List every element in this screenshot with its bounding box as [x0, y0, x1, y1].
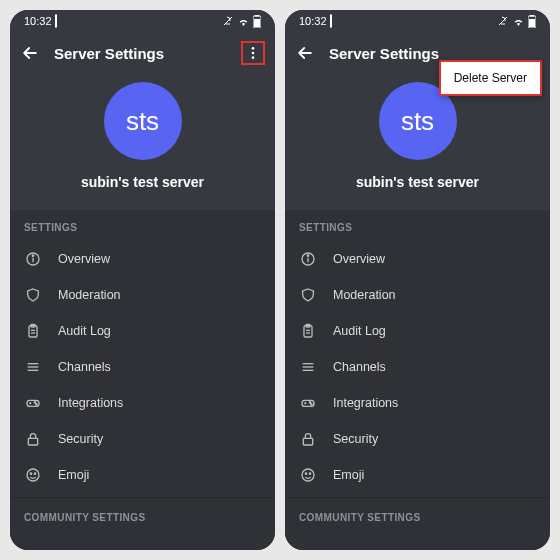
svg-point-22	[27, 469, 39, 481]
svg-point-45	[305, 473, 306, 474]
more-button[interactable]	[241, 41, 265, 65]
gamepad-icon	[299, 394, 317, 412]
item-overview[interactable]: Overview	[10, 241, 275, 277]
clipboard-icon	[299, 322, 317, 340]
item-audit-log[interactable]: Audit Log	[10, 313, 275, 349]
info-icon	[299, 250, 317, 268]
svg-point-20	[36, 404, 37, 405]
item-overview[interactable]: Overview	[285, 241, 550, 277]
wifi-icon	[512, 16, 525, 26]
item-label: Channels	[333, 360, 386, 374]
item-emoji[interactable]: Emoji	[10, 457, 275, 493]
shield-icon	[299, 286, 317, 304]
arrow-left-icon	[20, 43, 40, 63]
item-channels[interactable]: Channels	[285, 349, 550, 385]
item-label: Audit Log	[58, 324, 111, 338]
item-label: Audit Log	[333, 324, 386, 338]
section-header-settings: SETTINGS	[285, 210, 550, 241]
community-section: COMMUNITY SETTINGS	[10, 497, 275, 531]
header-bar: Server Settings Delete Server	[285, 32, 550, 74]
svg-point-30	[307, 255, 308, 256]
item-integrations[interactable]: Integrations	[10, 385, 275, 421]
svg-rect-26	[530, 15, 534, 17]
item-security[interactable]: Security	[10, 421, 275, 457]
back-button[interactable]	[20, 43, 40, 63]
lock-icon	[299, 430, 317, 448]
section-header-community: COMMUNITY SETTINGS	[10, 500, 275, 531]
svg-point-44	[302, 469, 314, 481]
vibrate-icon	[222, 15, 234, 27]
item-label: Integrations	[333, 396, 398, 410]
list-icon	[24, 358, 42, 376]
settings-section: SETTINGS Overview Moderation Audit Log C…	[10, 210, 275, 550]
item-moderation[interactable]: Moderation	[10, 277, 275, 313]
emoji-icon	[299, 466, 317, 484]
section-header-community: COMMUNITY SETTINGS	[285, 500, 550, 531]
svg-point-24	[34, 473, 35, 474]
wifi-icon	[237, 16, 250, 26]
server-name: subin's test server	[356, 174, 479, 190]
community-section: COMMUNITY SETTINGS	[285, 497, 550, 531]
svg-point-41	[309, 402, 310, 403]
svg-point-42	[311, 404, 312, 405]
item-label: Security	[58, 432, 103, 446]
item-label: Emoji	[58, 468, 89, 482]
svg-rect-2	[254, 19, 260, 27]
item-label: Moderation	[333, 288, 396, 302]
screencast-icon	[55, 14, 57, 28]
more-vertical-icon	[245, 45, 261, 61]
item-emoji[interactable]: Emoji	[285, 457, 550, 493]
item-label: Emoji	[333, 468, 364, 482]
server-hero: sts subin's test server	[10, 74, 275, 210]
header-bar: Server Settings	[10, 32, 275, 74]
info-icon	[24, 250, 42, 268]
phone-screen-left: 10:32 Server Settings sts subin's test s…	[10, 10, 275, 550]
gamepad-icon	[24, 394, 42, 412]
svg-point-4	[252, 52, 255, 55]
item-moderation[interactable]: Moderation	[285, 277, 550, 313]
phone-screen-right: 10:32 Server Settings Delete Server sts …	[285, 10, 550, 550]
svg-rect-43	[303, 438, 312, 445]
svg-rect-27	[529, 19, 535, 27]
back-button[interactable]	[295, 43, 315, 63]
svg-point-8	[32, 255, 33, 256]
emoji-icon	[24, 466, 42, 484]
server-avatar[interactable]: sts	[104, 82, 182, 160]
item-label: Overview	[58, 252, 110, 266]
item-audit-log[interactable]: Audit Log	[285, 313, 550, 349]
item-label: Overview	[333, 252, 385, 266]
delete-server-menu-item[interactable]: Delete Server	[439, 60, 542, 96]
svg-point-23	[30, 473, 31, 474]
item-label: Channels	[58, 360, 111, 374]
server-name: subin's test server	[81, 174, 204, 190]
status-icons	[497, 15, 536, 28]
status-bar: 10:32	[10, 10, 275, 32]
svg-point-3	[252, 47, 255, 50]
header-title: Server Settings	[329, 45, 439, 62]
screencast-icon	[330, 14, 332, 28]
lock-icon	[24, 430, 42, 448]
shield-icon	[24, 286, 42, 304]
item-label: Security	[333, 432, 378, 446]
svg-rect-21	[28, 438, 37, 445]
header-title: Server Settings	[54, 45, 164, 62]
arrow-left-icon	[295, 43, 315, 63]
svg-point-19	[34, 402, 35, 403]
item-label: Integrations	[58, 396, 123, 410]
section-header-settings: SETTINGS	[10, 210, 275, 241]
battery-icon	[253, 15, 261, 28]
svg-point-46	[309, 473, 310, 474]
clipboard-icon	[24, 322, 42, 340]
item-channels[interactable]: Channels	[10, 349, 275, 385]
svg-rect-1	[255, 15, 259, 17]
status-time: 10:32	[24, 15, 57, 27]
status-bar: 10:32	[285, 10, 550, 32]
status-time: 10:32	[299, 15, 332, 27]
svg-point-5	[252, 56, 255, 59]
battery-icon	[528, 15, 536, 28]
item-integrations[interactable]: Integrations	[285, 385, 550, 421]
item-security[interactable]: Security	[285, 421, 550, 457]
list-icon	[299, 358, 317, 376]
status-icons	[222, 15, 261, 28]
vibrate-icon	[497, 15, 509, 27]
